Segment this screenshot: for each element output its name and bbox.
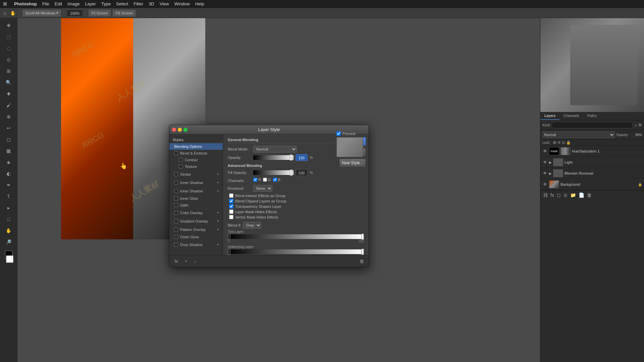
layer-opacity-value[interactable]: 50% bbox=[630, 133, 642, 137]
style-item-inner-shadow-1[interactable]: Inner Shadow ＋ bbox=[169, 178, 223, 187]
layer-adj-icon[interactable]: ⊙ bbox=[563, 192, 568, 198]
style-add-stroke[interactable]: ＋ bbox=[216, 171, 220, 177]
layer-group-icon[interactable]: 📁 bbox=[570, 192, 577, 198]
channel-b-checkbox[interactable] bbox=[273, 178, 277, 182]
tab-paths[interactable]: Paths bbox=[583, 112, 601, 120]
zoom-tool[interactable]: 🔎 bbox=[3, 237, 14, 247]
style-item-outer-glow[interactable]: Outer Glow bbox=[169, 234, 223, 240]
style-add-gradient-overlay[interactable]: ＋ bbox=[216, 218, 220, 224]
layer-visibility-bg[interactable]: 👁 bbox=[542, 182, 548, 187]
opacity-value[interactable]: 100 bbox=[296, 154, 308, 161]
apple-menu[interactable]: ⌘ bbox=[3, 1, 7, 7]
layer-mask-checkbox[interactable] bbox=[229, 209, 233, 214]
underlying-handle-right[interactable] bbox=[361, 249, 364, 255]
blend-clipped-checkbox[interactable] bbox=[229, 199, 233, 203]
underlying-layer-slider-track[interactable] bbox=[228, 249, 364, 254]
dialog-close-btn[interactable] bbox=[172, 128, 176, 132]
style-item-blending-options[interactable]: Blending Options bbox=[169, 143, 223, 150]
tab-channels[interactable]: Channels bbox=[559, 112, 583, 120]
style-item-inner-shadow-2[interactable]: Inner Shadow ＋ bbox=[169, 187, 223, 195]
eyedropper-tool[interactable]: 🔍 bbox=[3, 77, 14, 88]
fill-screen-button[interactable]: Fill Screen bbox=[112, 9, 136, 17]
style-checkbox-gradient-overlay[interactable] bbox=[174, 219, 178, 223]
layers-options-icon[interactable]: ⚙ bbox=[638, 123, 642, 127]
move-effect-down-btn[interactable]: ↓ bbox=[192, 257, 199, 265]
style-item-pattern-overlay[interactable]: Pattern Overlay ＋ bbox=[169, 225, 223, 234]
style-checkbox-inner-shadow-1[interactable] bbox=[174, 181, 178, 185]
this-layer-handle-left[interactable] bbox=[228, 234, 230, 240]
lock-artboard-icon[interactable]: ⊙ bbox=[562, 140, 565, 145]
layer-row-light[interactable]: 👁 ▶ Light bbox=[540, 157, 644, 168]
underlying-handle-left[interactable] bbox=[228, 249, 230, 255]
style-item-satin[interactable]: Satin bbox=[169, 202, 223, 208]
blend-if-select[interactable]: Gray bbox=[243, 222, 261, 229]
menu-filter[interactable]: Filter bbox=[131, 0, 146, 8]
style-checkbox-inner-shadow-2[interactable] bbox=[174, 189, 178, 193]
layer-visibility-light[interactable]: 👁 bbox=[542, 160, 548, 165]
crop-tool[interactable]: ⊞ bbox=[3, 66, 14, 76]
fit-screen-button[interactable]: Fit Screen bbox=[88, 9, 111, 17]
lock-all-icon[interactable]: 🔒 bbox=[566, 140, 571, 145]
hand-tool-icon[interactable]: ✋ bbox=[9, 10, 17, 16]
layer-new-icon[interactable]: 📄 bbox=[578, 192, 585, 198]
blend-interior-checkbox[interactable] bbox=[229, 193, 233, 198]
menu-image[interactable]: Image bbox=[65, 0, 82, 8]
knockout-select[interactable]: None bbox=[253, 185, 272, 192]
group-expand-blemish[interactable]: ▶ bbox=[549, 172, 552, 175]
add-effect-btn[interactable]: ＋ bbox=[182, 257, 190, 265]
zoom-percentage[interactable]: 100% bbox=[66, 9, 83, 17]
lasso-tool[interactable]: ◌ bbox=[3, 43, 14, 54]
trans-shapes-checkbox[interactable] bbox=[229, 204, 233, 208]
fx-icon-btn[interactable]: fx bbox=[173, 257, 180, 265]
style-checkbox-pattern-overlay[interactable] bbox=[174, 228, 178, 232]
style-checkbox-stroke[interactable] bbox=[174, 172, 178, 176]
style-item-stroke[interactable]: Stroke ＋ bbox=[169, 170, 223, 178]
style-add-pattern-overlay[interactable]: ＋ bbox=[216, 227, 220, 232]
style-checkbox-contour[interactable] bbox=[179, 158, 183, 162]
brush-tool[interactable]: 🖌 bbox=[3, 100, 14, 111]
gradient-tool[interactable]: ▦ bbox=[3, 145, 14, 156]
layer-delete-icon[interactable]: 🗑 bbox=[586, 192, 592, 198]
history-brush-tool[interactable]: ↩ bbox=[3, 123, 14, 133]
menu-photoshop[interactable]: Photoshop bbox=[11, 0, 40, 8]
style-item-inner-glow[interactable]: Inner Glow bbox=[169, 195, 223, 202]
menu-type[interactable]: Type bbox=[99, 0, 113, 8]
style-checkbox-satin[interactable] bbox=[174, 203, 178, 207]
group-expand-light[interactable]: ▶ bbox=[549, 161, 552, 164]
lock-position-icon[interactable]: ✛ bbox=[557, 140, 560, 145]
vector-mask-checkbox[interactable] bbox=[229, 215, 233, 219]
layer-fx-icon[interactable]: fx bbox=[550, 192, 555, 198]
fill-opacity-handle[interactable] bbox=[289, 170, 293, 176]
menu-3d[interactable]: 3D bbox=[146, 0, 157, 8]
home-icon[interactable]: ⌂ bbox=[2, 10, 7, 16]
background-color[interactable] bbox=[6, 255, 13, 263]
style-checkbox-drop-shadow[interactable] bbox=[174, 243, 178, 247]
menu-view[interactable]: View bbox=[157, 0, 172, 8]
menu-window[interactable]: Window bbox=[172, 0, 193, 8]
preview-checkbox[interactable] bbox=[336, 131, 341, 136]
this-layer-slider-track[interactable] bbox=[228, 234, 364, 239]
clone-tool[interactable]: ⊕ bbox=[3, 111, 14, 122]
layer-visibility-blemish[interactable]: 👁 bbox=[542, 171, 548, 176]
search-icon[interactable]: ⌕ bbox=[635, 123, 637, 127]
dialog-maximize-btn[interactable] bbox=[183, 128, 187, 132]
menu-help[interactable]: Help bbox=[193, 0, 207, 8]
blend-mode-select[interactable]: Normal bbox=[253, 146, 297, 153]
style-item-texture[interactable]: Texture bbox=[169, 163, 223, 170]
selection-tool[interactable]: ⬚ bbox=[3, 32, 14, 42]
opacity-slider-handle[interactable] bbox=[289, 155, 293, 161]
menu-edit[interactable]: Edit bbox=[52, 0, 65, 8]
layer-row-blemish[interactable]: 👁 ▶ Blemish Removal bbox=[540, 168, 644, 179]
tab-layers[interactable]: Layers bbox=[540, 112, 559, 120]
style-item-drop-shadow[interactable]: Drop Shadow ＋ bbox=[169, 240, 223, 249]
opacity-slider-track[interactable] bbox=[253, 155, 293, 160]
layers-search-input[interactable] bbox=[551, 122, 633, 128]
layer-link-icon[interactable]: ⛓ bbox=[542, 192, 548, 198]
style-checkbox-texture[interactable] bbox=[179, 165, 183, 169]
fill-opacity-value[interactable]: 100 bbox=[296, 169, 308, 176]
layer-visibility-hue[interactable]: 👁 bbox=[542, 149, 548, 154]
style-checkbox-bevel[interactable] bbox=[174, 151, 178, 155]
delete-effect-btn[interactable]: 🗑 bbox=[358, 257, 365, 265]
type-tool[interactable]: T bbox=[3, 191, 14, 202]
quick-select-tool[interactable]: ⊙ bbox=[3, 54, 14, 65]
